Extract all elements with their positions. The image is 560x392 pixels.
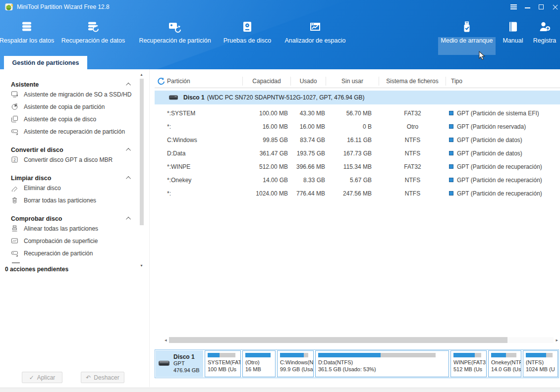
scrollbar-thumb[interactable]: [140, 79, 144, 225]
pending-actions-label: 0 acciones pendientes: [0, 266, 149, 273]
table-body: *:SYSTEM 100.00 MB 43.30 MB 56.70 MB FAT…: [155, 106, 560, 200]
section-comprobar[interactable]: Comprobar disco: [0, 215, 149, 222]
sidebar-item-migrate-os[interactable]: Asistente de migración de SO a SSD/HD: [0, 88, 149, 100]
menu-icon[interactable]: [506, 0, 520, 14]
toolbar: Respaldar los datos Recuperación de dato…: [0, 15, 560, 55]
sidebar-item-surface-test[interactable]: Comprobación de superficie: [0, 235, 149, 247]
toolbar-register[interactable]: Registra: [529, 15, 560, 44]
column-sistema-ficheros[interactable]: Sistema de ficheros: [379, 77, 446, 86]
disk-map-name: Disco 1: [173, 354, 200, 361]
partition-type-icon: [449, 178, 453, 182]
disk-map-partition-c[interactable]: C:Windows(N 99.9 GB (Usa: [277, 350, 314, 377]
register-icon: [538, 20, 551, 33]
usage-bar: [491, 353, 516, 357]
data-recovery-icon: [87, 20, 100, 33]
disk-map-partition-system[interactable]: SYSTEM(FAT 100 MB (Us: [205, 350, 241, 377]
section-limpiar[interactable]: Limpiar disco: [0, 174, 149, 182]
partition-type-icon: [449, 164, 453, 169]
disk-details: (WDC PC SN720 SDAPNTW-512G-1027, GPT, 47…: [207, 94, 365, 101]
disk-map-info[interactable]: Disco 1 GPT 476.94 GB: [156, 350, 203, 377]
collapse-caret-icon: [126, 176, 131, 181]
bootable-media-icon: [460, 20, 473, 33]
usage-bar: [318, 353, 436, 357]
disk-header-row[interactable]: Disco 1 (WDC PC SN720 SDAPNTW-512G-1027,…: [155, 91, 560, 104]
column-sin-usar[interactable]: Sin usar: [326, 77, 379, 86]
scroll-down-icon[interactable]: ▾: [139, 264, 144, 268]
convert-gpt-mbr-icon: 2: [11, 156, 18, 163]
hard-disk-icon: [158, 360, 170, 368]
undo-icon: ↶: [86, 374, 91, 381]
window-bottom-strip: [0, 388, 560, 392]
table-row[interactable]: *: 16.00 MB 16.00 MB 0 B Otro GPT (Parti…: [155, 120, 560, 133]
scrollbar-thumb[interactable]: [169, 337, 508, 343]
section-asistente[interactable]: Asistente: [0, 81, 149, 88]
usage-bar: [245, 353, 271, 357]
scroll-left-icon[interactable]: ◂: [165, 338, 167, 343]
scroll-up-icon[interactable]: ▴: [139, 73, 144, 77]
toolbar-manual[interactable]: Manual: [497, 15, 529, 44]
scrollbar-track[interactable]: [169, 337, 554, 343]
disk-map-partition-d[interactable]: D:Data(NTFS) 361.5 GB (Usado: 53%): [315, 350, 449, 377]
minimize-icon[interactable]: [520, 0, 534, 14]
wipe-disk-icon: [11, 184, 18, 192]
sidebar-item-copy-partition[interactable]: Asistente de copia de partición: [0, 100, 149, 113]
sidebar-item-delete-all-partitions[interactable]: Borrar todas las particiones: [0, 194, 149, 206]
app-logo-icon: [5, 3, 13, 11]
disk-map-partition-otro[interactable]: (Otro) 16 MB: [242, 350, 276, 377]
table-row[interactable]: *:SYSTEM 100.00 MB 43.30 MB 56.70 MB FAT…: [155, 106, 560, 120]
column-usado[interactable]: Usado: [291, 77, 326, 86]
header: MiniTool Partition Wizard Free 12.8 Resp…: [0, 0, 560, 69]
toolbar-data-recovery[interactable]: Recuperación de datos: [54, 15, 133, 44]
disk-map-partition-onekey[interactable]: Onekey(NTF 14.0 GB (Us: [488, 350, 521, 377]
partition-type-icon: [449, 124, 453, 129]
apply-button[interactable]: ✓ Aplicar: [22, 372, 62, 383]
partition-recovery-icon: [168, 20, 181, 33]
sidebar-item-align-partitions[interactable]: Alinear todas las particiones: [0, 222, 149, 235]
backup-data-icon: [20, 20, 33, 33]
table-row[interactable]: C:Windows 99.85 GB 83.74 GB 16.11 GB NTF…: [155, 133, 560, 147]
space-analyzer-icon: [309, 20, 322, 33]
usage-bar: [453, 353, 481, 357]
column-particion[interactable]: Partición: [155, 77, 243, 86]
disk-recovery-icon: [11, 128, 18, 135]
disk-benchmark-icon: [241, 20, 254, 33]
disk-map: Disco 1 GPT 476.94 GB SYSTEM(FAT 100 MB …: [155, 349, 559, 378]
close-icon[interactable]: [548, 0, 560, 14]
partition-table-panel: Partición Capacidad Usado Sin usar Siste…: [155, 69, 560, 349]
sidebar-item-wipe-disk[interactable]: Eliminar disco: [0, 182, 149, 194]
sidebar-item-gpt-to-mbr[interactable]: 2 Convertir disco GPT a disco MBR: [0, 153, 149, 166]
tab-partition-management[interactable]: Gestión de particiones: [4, 56, 87, 69]
toolbar-backup-data[interactable]: Respaldar los datos: [0, 15, 54, 44]
column-tipo[interactable]: Tipo: [446, 77, 560, 86]
sidebar-scrollbar[interactable]: ▴ ▾: [139, 73, 144, 272]
horizontal-scrollbar[interactable]: ◂ ▸: [165, 337, 558, 343]
toolbar-partition-recovery[interactable]: Recuperación de partición: [133, 15, 217, 44]
scroll-right-icon[interactable]: ▸: [556, 338, 558, 343]
clipped-item-icon: [12, 262, 20, 263]
disk-map-scheme: GPT: [173, 360, 200, 367]
table-row[interactable]: *:Onekey 14.00 GB 8.33 GB 5.67 GB NTFS G…: [155, 173, 560, 187]
migrate-os-icon: [11, 91, 18, 98]
refresh-icon[interactable]: [157, 77, 165, 87]
disk-recovery-icon: [11, 249, 18, 257]
undo-button[interactable]: ↶ Deshacer: [81, 372, 124, 383]
sidebar-item-partition-recovery[interactable]: Recuperación de partición: [0, 247, 149, 259]
table-row[interactable]: D:Data 361.47 GB 193.75 GB 167.73 GB NTF…: [155, 147, 560, 160]
disk-map-partition-winpe[interactable]: WINPE(FAT3 512 MB (Us: [450, 350, 487, 377]
table-header: Partición Capacidad Usado Sin usar Siste…: [155, 74, 560, 88]
sidebar-item-partition-recovery-wizard[interactable]: Asistente de recuperación de partición: [0, 125, 149, 138]
table-row[interactable]: *: 1024.00 MB 776.44 MB 247.56 MB NTFS G…: [155, 187, 560, 200]
section-convertir[interactable]: Convertir el disco: [0, 146, 149, 153]
column-capacidad[interactable]: Capacidad: [243, 77, 291, 86]
toolbar-bootable-media[interactable]: Medio de arranque: [437, 15, 497, 44]
maximize-icon[interactable]: [534, 0, 548, 14]
toolbar-space-analyzer[interactable]: Analizador de espacio: [278, 15, 353, 44]
disk-map-partition-ntfs[interactable]: (NTFS) 1024 MB (U: [523, 350, 558, 377]
toolbar-disk-benchmark[interactable]: Pruebas de disco: [217, 15, 278, 44]
sidebar-item-copy-disk[interactable]: Asistente de copia de disco: [0, 113, 149, 125]
titlebar[interactable]: MiniTool Partition Wizard Free 12.8: [0, 0, 560, 14]
usage-bar: [526, 353, 553, 357]
partition-type-icon: [449, 191, 453, 196]
table-row[interactable]: *:WINPE 512.00 MB 396.66 MB 115.34 MB FA…: [155, 160, 560, 173]
surface-test-icon: [11, 237, 18, 245]
